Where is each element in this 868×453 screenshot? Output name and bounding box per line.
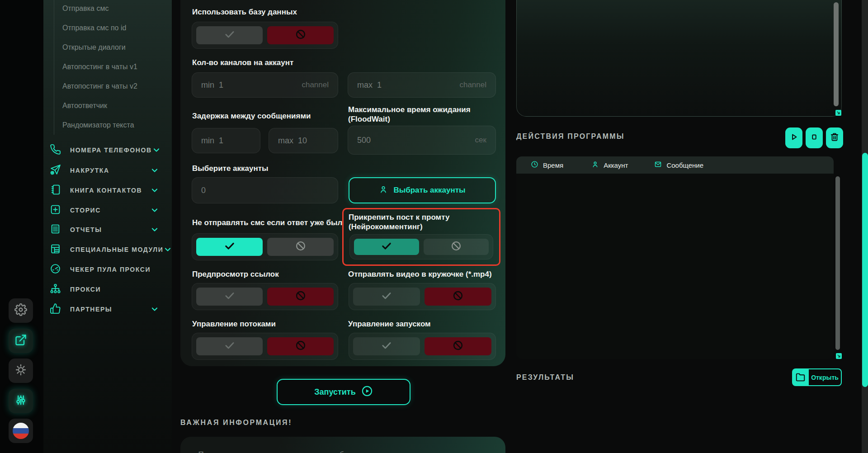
log-resize-handle[interactable] [836, 353, 842, 359]
allow-button[interactable] [353, 337, 420, 355]
attach-post-label: Прикрепить пост к промту (Нейрокомментин… [349, 212, 484, 231]
start-log-button[interactable] [785, 127, 802, 148]
contacts-book-icon [50, 184, 61, 197]
sidebar-item-autopost-v1[interactable]: Автопостинг в чаты v1 [62, 63, 137, 74]
chevron-down-icon[interactable] [150, 186, 159, 195]
link-preview-label: Предпросмотр ссылок [192, 269, 279, 279]
floodwait-input[interactable] [357, 136, 472, 145]
allow-button[interactable] [196, 26, 263, 44]
program-actions-title: ДЕЙСТВИЯ ПРОГРАММЫ [516, 132, 625, 141]
sidebar-section-special-modules[interactable]: СПЕЦИАЛЬНЫЕ МОДУЛИ [50, 243, 165, 256]
select-accounts-button[interactable]: Выбрать аккаунты [349, 177, 496, 203]
allow-button[interactable] [353, 288, 420, 306]
delay-max-input[interactable] [278, 136, 329, 146]
sidebar-item-send-sms[interactable]: Отправка смс [62, 5, 108, 15]
open-results-button[interactable]: Открыть [792, 368, 842, 386]
delay-label: Задержка между сообщениями [192, 111, 341, 121]
chevron-down-icon[interactable] [150, 166, 159, 175]
modules-icon [50, 243, 61, 256]
sidebar-section-proxy[interactable]: ПРОКСИ [50, 283, 165, 296]
sidebar-section-stories[interactable]: СТОРИС [50, 204, 165, 217]
external-window-button[interactable] [9, 329, 33, 353]
sliders-icon [14, 394, 27, 408]
accounts-count-input[interactable] [201, 186, 329, 195]
channels-min-field[interactable]: channel [192, 72, 338, 98]
theme-button[interactable] [9, 359, 33, 383]
allow-button[interactable] [196, 337, 263, 355]
filters-button[interactable] [9, 389, 33, 413]
sidebar-item-randomizer[interactable]: Рандомизатор текста [62, 121, 134, 132]
reports-icon [50, 223, 61, 236]
link-preview-toggle [192, 283, 338, 310]
trash-icon [830, 132, 839, 143]
ban-icon [295, 290, 307, 303]
deny-button[interactable] [267, 337, 334, 355]
sidebar-section-contacts[interactable]: КНИГА КОНТАКТОВ [50, 184, 165, 197]
log-table-body [516, 174, 834, 359]
sidebar-item-autoresponder[interactable]: Автоответчик [62, 102, 107, 113]
person-icon [379, 185, 388, 196]
allow-button[interactable] [354, 239, 419, 255]
log-scrollbar[interactable] [835, 176, 840, 350]
col-time-label: Время [543, 161, 563, 169]
chevron-down-icon[interactable] [152, 146, 161, 155]
check-icon [381, 290, 392, 303]
delay-max-field[interactable] [269, 128, 338, 153]
sidebar-item-send-sms-id[interactable]: Отправка смс по id [62, 24, 126, 35]
gear-icon [14, 303, 27, 318]
allow-button[interactable] [196, 238, 263, 256]
sidebar-item-autopost-v2[interactable]: Автопостинг в чаты v2 [62, 82, 137, 93]
deny-button[interactable] [267, 26, 334, 44]
no-resend-toggle [192, 233, 338, 260]
sidebar-section-phone-numbers[interactable]: НОМЕРА ТЕЛЕФОНОВ [50, 144, 165, 156]
accounts-count-field[interactable] [192, 177, 338, 203]
ban-icon [295, 28, 307, 42]
mail-icon [654, 160, 662, 170]
section-label: СПЕЦИАЛЬНЫЕ МОДУЛИ [70, 246, 163, 253]
play-icon [789, 132, 798, 143]
chevron-down-icon[interactable] [150, 206, 159, 215]
submenu-divider [54, 0, 54, 135]
important-info-card: «Прикрепить пост к промту» — опция работ… [180, 437, 505, 453]
deny-button[interactable] [424, 239, 489, 255]
launch-control-toggle [349, 333, 496, 360]
deny-button[interactable] [267, 238, 334, 256]
col-account: Аккаунт [591, 160, 628, 170]
important-info-text: «Прикрепить пост к промту» — опция работ… [194, 450, 492, 453]
delay-min-input[interactable] [201, 136, 251, 146]
sidebar-section-proxy-checker[interactable]: ЧЕКЕР ПУЛА ПРОКСИ [50, 263, 165, 276]
chevron-down-icon[interactable] [163, 245, 172, 254]
channels-min-input[interactable] [201, 80, 298, 90]
sidebar-section-boost[interactable]: НАКРУТКА [50, 164, 165, 177]
chevron-down-icon[interactable] [150, 305, 159, 314]
use-db-toggle [192, 22, 338, 49]
thread-control-label: Управление потоками [192, 319, 276, 329]
play-circle-icon [361, 385, 373, 399]
ban-icon [450, 240, 462, 254]
deny-button[interactable] [267, 288, 334, 306]
clear-log-button[interactable] [826, 127, 843, 148]
sidebar: Отправка смс Отправка смс по id Открытые… [43, 0, 172, 453]
stop-log-button[interactable] [806, 127, 823, 148]
channels-max-input[interactable] [357, 80, 456, 90]
delay-min-field[interactable] [192, 128, 260, 153]
chevron-down-icon[interactable] [150, 225, 159, 234]
deny-button[interactable] [425, 288, 491, 306]
page-scrollbar-thumb[interactable] [862, 153, 868, 387]
console-scrollbar[interactable] [834, 2, 839, 106]
section-label: ЧЕКЕР ПУЛА ПРОКСИ [70, 266, 165, 273]
floodwait-field[interactable]: сек [348, 126, 496, 155]
settings-button[interactable] [9, 298, 33, 323]
sidebar-item-open-dialogs[interactable]: Открытые диалоги [62, 43, 126, 54]
run-button[interactable]: Запустить [277, 379, 410, 405]
sidebar-section-reports[interactable]: ОТЧЕТЫ [50, 223, 165, 236]
no-resend-label: Не отправлять смс если ответ уже был [192, 218, 346, 227]
sidebar-section-partners[interactable]: ПАРТНЕРЫ [50, 303, 165, 316]
clock-icon [531, 160, 538, 170]
console-resize-handle[interactable] [835, 110, 841, 116]
allow-button[interactable] [196, 288, 263, 306]
ban-icon [295, 340, 307, 353]
channels-max-field[interactable]: channel [348, 72, 496, 98]
deny-button[interactable] [425, 337, 491, 355]
language-button[interactable] [9, 419, 33, 443]
